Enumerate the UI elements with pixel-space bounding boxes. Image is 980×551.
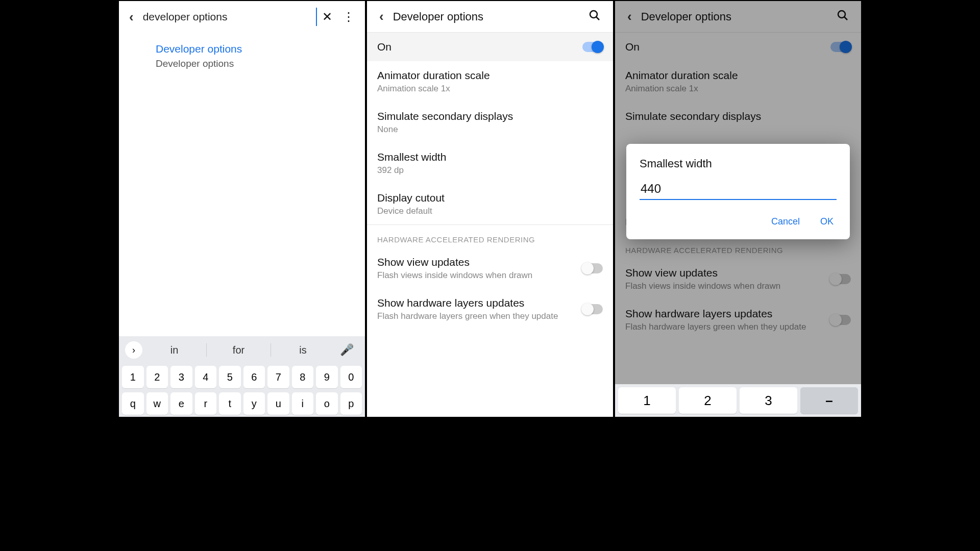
search-icon[interactable] — [831, 6, 854, 28]
expand-icon[interactable]: › — [125, 341, 142, 359]
result-sub: Developer options — [156, 58, 353, 69]
section-header: HARDWARE ACCELERATED RENDERING — [367, 225, 613, 248]
key[interactable]: 4 — [195, 366, 217, 388]
key[interactable]: 0 — [340, 366, 362, 388]
smallest-width-dialog: Smallest width Cancel OK — [626, 144, 850, 239]
toggle[interactable] — [582, 304, 603, 314]
key[interactable]: 2 — [679, 387, 737, 414]
master-toggle[interactable] — [830, 42, 851, 52]
setting-secondary-displays: Simulate secondary displays — [615, 102, 861, 131]
suggestion[interactable]: is — [271, 344, 335, 356]
mic-icon[interactable]: 🎤 — [335, 343, 359, 357]
cancel-button[interactable]: Cancel — [768, 212, 803, 231]
dialog-title: Smallest width — [640, 157, 837, 170]
master-toggle-row: On — [615, 33, 861, 61]
panel-dialog: ‹ Developer options On Animator duration… — [614, 0, 862, 418]
key[interactable]: y — [243, 392, 265, 415]
toggle[interactable] — [830, 274, 851, 284]
result-title: Developer options — [156, 43, 353, 55]
svg-line-3 — [844, 17, 847, 20]
svg-point-2 — [838, 11, 845, 18]
header: ‹ Developer options — [615, 1, 861, 33]
key[interactable]: 8 — [292, 366, 314, 388]
setting-smallest-width[interactable]: Smallest width 392 dp — [367, 143, 613, 184]
key[interactable]: 3 — [740, 387, 797, 414]
setting-show-view-updates[interactable]: Show view updates Flash views inside win… — [367, 248, 613, 289]
suggestion-bar: › in for is 🎤 — [119, 336, 365, 364]
suggestion[interactable]: for — [207, 344, 271, 356]
key[interactable]: 7 — [267, 366, 289, 388]
key[interactable]: 2 — [146, 366, 168, 388]
page-title: Developer options — [393, 10, 583, 23]
svg-line-1 — [596, 17, 599, 20]
on-label: On — [377, 41, 582, 53]
key[interactable]: 6 — [243, 366, 265, 388]
setting-show-view-updates: Show view updates Flash views inside win… — [615, 259, 861, 299]
svg-point-0 — [590, 11, 597, 18]
back-icon[interactable]: ‹ — [622, 6, 637, 28]
key[interactable]: 5 — [219, 366, 241, 388]
key[interactable]: – — [800, 387, 858, 414]
search-bar: ‹ ✕ ⋮ — [119, 1, 365, 33]
suggestion[interactable]: in — [142, 344, 206, 356]
key[interactable]: o — [316, 392, 338, 415]
key[interactable]: u — [267, 392, 289, 415]
setting-animator-scale: Animator duration scale Animation scale … — [615, 61, 861, 102]
toggle[interactable] — [582, 263, 603, 273]
dialog-input[interactable] — [640, 180, 837, 200]
numeric-keyboard: 1 2 3 – — [615, 384, 861, 417]
key[interactable]: 1 — [122, 366, 144, 388]
page-title: Developer options — [641, 10, 831, 23]
panel-developer-options: ‹ Developer options On Animator duration… — [366, 0, 614, 418]
header: ‹ Developer options — [367, 1, 613, 33]
key[interactable]: i — [292, 392, 314, 415]
back-icon[interactable]: ‹ — [374, 6, 389, 28]
key[interactable]: p — [340, 392, 362, 415]
search-input[interactable] — [139, 8, 317, 26]
master-toggle[interactable] — [582, 42, 603, 52]
key[interactable]: t — [219, 392, 241, 415]
keyboard: › in for is 🎤 1 2 3 4 5 6 7 8 9 0 — [119, 336, 365, 417]
key[interactable]: 1 — [618, 387, 676, 414]
setting-display-cutout[interactable]: Display cutout Device default — [367, 184, 613, 224]
key[interactable]: 3 — [170, 366, 192, 388]
more-icon[interactable]: ⋮ — [337, 7, 360, 27]
setting-show-hw-layers[interactable]: Show hardware layers updates Flash hardw… — [367, 289, 613, 330]
key[interactable]: 9 — [316, 366, 338, 388]
key[interactable]: q — [122, 392, 144, 415]
key[interactable]: w — [146, 392, 168, 415]
panel-search: ‹ ✕ ⋮ Developer options Developer option… — [118, 0, 366, 418]
back-icon[interactable]: ‹ — [124, 6, 139, 28]
close-icon[interactable]: ✕ — [317, 7, 337, 27]
toggle[interactable] — [830, 315, 851, 325]
setting-show-hw-layers: Show hardware layers updates Flash hardw… — [615, 299, 861, 340]
setting-secondary-displays[interactable]: Simulate secondary displays None — [367, 102, 613, 143]
search-result[interactable]: Developer options Developer options — [119, 33, 365, 69]
master-toggle-row[interactable]: On — [367, 33, 613, 61]
ok-button[interactable]: OK — [817, 212, 837, 231]
setting-animator-scale[interactable]: Animator duration scale Animation scale … — [367, 61, 613, 102]
key-row: q w e r t y u i o p — [119, 390, 365, 417]
key-row: 1 2 3 4 5 6 7 8 9 0 — [119, 364, 365, 390]
search-icon[interactable] — [583, 6, 606, 28]
key[interactable]: e — [170, 392, 192, 415]
key[interactable]: r — [195, 392, 217, 415]
